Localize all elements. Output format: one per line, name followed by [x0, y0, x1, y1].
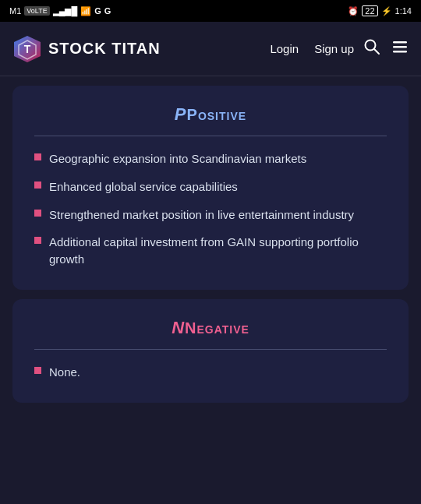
negative-card-title: NNegative — [34, 318, 387, 338]
signal-bars: ▂▄▆█ — [53, 6, 78, 16]
search-button[interactable] — [363, 38, 380, 59]
svg-text:T: T — [24, 43, 31, 55]
bullet-text: Enhanced global service capabilities — [49, 178, 238, 196]
bullet-icon — [34, 182, 41, 189]
positive-card: PPositive Geographic expansion into Scan… — [12, 86, 409, 290]
svg-rect-7 — [393, 51, 407, 53]
status-right: ⏰ 22 ⚡ 1:14 — [348, 5, 412, 16]
status-left: M1 VoLTE ▂▄▆█ 📶 G G — [9, 6, 111, 16]
navbar: T STOCK TITAN Login Sign up — [0, 22, 421, 76]
nav-icons — [363, 38, 409, 59]
negative-divider — [34, 349, 387, 350]
bullet-text: Strengthened market position in live ent… — [49, 206, 354, 224]
bullet-text: None. — [49, 364, 80, 381]
main-content: PPositive Geographic expansion into Scan… — [0, 76, 421, 412]
hamburger-icon — [391, 38, 409, 55]
charging-icon: ⚡ — [381, 6, 392, 16]
g-icon-2: G — [104, 6, 111, 16]
menu-button[interactable] — [391, 38, 409, 59]
list-item: Enhanced global service capabilities — [34, 178, 387, 196]
logo-area: T STOCK TITAN — [12, 34, 260, 64]
signup-link[interactable]: Sign up — [314, 42, 354, 55]
svg-line-4 — [374, 49, 379, 54]
volte-badge: VoLTE — [24, 6, 49, 16]
logo-text: STOCK TITAN — [48, 40, 161, 58]
negative-bullet-list: None. — [34, 364, 387, 381]
bullet-icon — [34, 210, 41, 217]
carrier: M1 — [9, 6, 21, 16]
alarm-icon: ⏰ — [348, 6, 359, 16]
wifi-icon: 📶 — [80, 6, 91, 16]
clock: 1:14 — [395, 6, 412, 16]
search-icon — [363, 38, 380, 55]
g-icon-1: G — [94, 6, 101, 16]
bullet-icon — [34, 153, 41, 160]
list-item: None. — [34, 364, 387, 381]
negative-card: NNegative None. — [12, 299, 409, 403]
positive-divider — [34, 136, 387, 136]
list-item: Additional capital investment from GAIN … — [34, 234, 387, 268]
bullet-icon — [34, 367, 41, 374]
positive-bullet-list: Geographic expansion into Scandinavian m… — [34, 150, 387, 268]
nav-links: Login Sign up — [270, 42, 354, 55]
login-link[interactable]: Login — [270, 42, 299, 55]
svg-rect-6 — [393, 46, 407, 48]
battery-level: 22 — [362, 5, 377, 16]
list-item: Strengthened market position in live ent… — [34, 206, 387, 224]
bullet-icon — [34, 237, 41, 244]
list-item: Geographic expansion into Scandinavian m… — [34, 150, 387, 167]
status-bar: M1 VoLTE ▂▄▆█ 📶 G G ⏰ 22 ⚡ 1:14 — [0, 0, 421, 22]
logo-icon: T — [12, 34, 42, 64]
positive-card-title: PPositive — [34, 104, 387, 125]
bullet-text: Additional capital investment from GAIN … — [49, 234, 387, 268]
svg-rect-5 — [393, 41, 407, 44]
bullet-text: Geographic expansion into Scandinavian m… — [49, 150, 306, 167]
